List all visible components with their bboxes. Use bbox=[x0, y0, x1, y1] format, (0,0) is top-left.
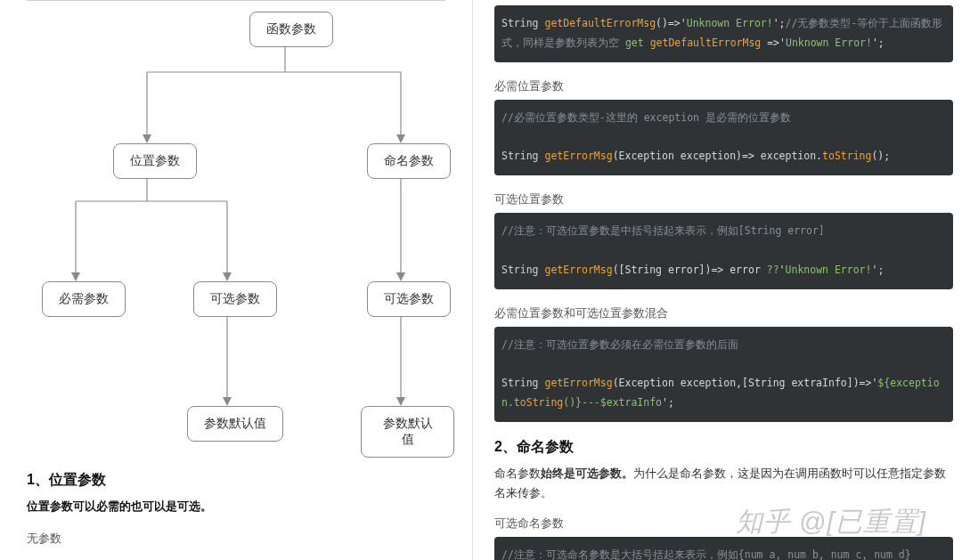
flow-node-pos: 位置参数 bbox=[113, 143, 197, 179]
flow-node-req: 必需参数 bbox=[42, 281, 126, 317]
section-2-title: 2、命名参数 bbox=[494, 438, 953, 457]
svg-marker-13 bbox=[396, 272, 405, 281]
code-block-2: //注意：可选位置参数是中括号括起来表示，例如[String error] St… bbox=[494, 213, 953, 289]
svg-marker-9 bbox=[71, 272, 80, 281]
flow-node-opt1: 可选参数 bbox=[193, 281, 277, 317]
para2-lead: 命名参数 bbox=[494, 467, 541, 480]
code-block-0: String getDefaultErrorMsg()=>'Unknown Er… bbox=[494, 5, 953, 62]
subheading-noargs: 无参数 bbox=[27, 531, 445, 547]
svg-marker-17 bbox=[396, 397, 405, 406]
heading-optional-named: 可选命名参数 bbox=[494, 515, 953, 532]
code-block-3: //注意：可选位置参数必须在必需位置参数的后面 String getErrorM… bbox=[494, 327, 953, 422]
flow-node-named: 命名参数 bbox=[367, 143, 451, 179]
svg-marker-11 bbox=[223, 272, 232, 281]
flowchart: 函数参数 位置参数 命名参数 必需参数 可选参数 可选参数 参数默认值 参数默认… bbox=[27, 1, 454, 455]
code-block-4: //注意：可选命名参数是大括号括起来表示，例如{num a, num b, nu… bbox=[494, 537, 953, 560]
flow-node-def2: 参数默认值 bbox=[361, 406, 454, 458]
svg-marker-5 bbox=[396, 134, 405, 143]
code-block-1: //必需位置参数类型-这里的 exception 是必需的位置参数 String… bbox=[494, 100, 953, 176]
heading-mixed-pos: 必需位置参数和可选位置参数混合 bbox=[494, 305, 953, 321]
section-2-para: 命名参数始终是可选参数。为什么是命名参数，这是因为在调用函数时可以任意指定参数名… bbox=[494, 464, 953, 503]
flow-node-opt2: 可选参数 bbox=[367, 281, 451, 317]
svg-marker-15 bbox=[223, 397, 232, 406]
section-1-title: 1、位置参数 bbox=[27, 471, 445, 490]
para2-bold: 始终是可选参数。 bbox=[541, 467, 633, 480]
svg-marker-3 bbox=[143, 134, 151, 143]
heading-optional-pos: 可选位置参数 bbox=[494, 191, 953, 207]
flow-node-root: 函数参数 bbox=[249, 12, 333, 47]
section-1-lead: 位置参数可以必需的也可以是可选。 bbox=[27, 499, 445, 515]
heading-required-pos: 必需位置参数 bbox=[494, 78, 953, 94]
flow-node-def1: 参数默认值 bbox=[187, 406, 283, 442]
